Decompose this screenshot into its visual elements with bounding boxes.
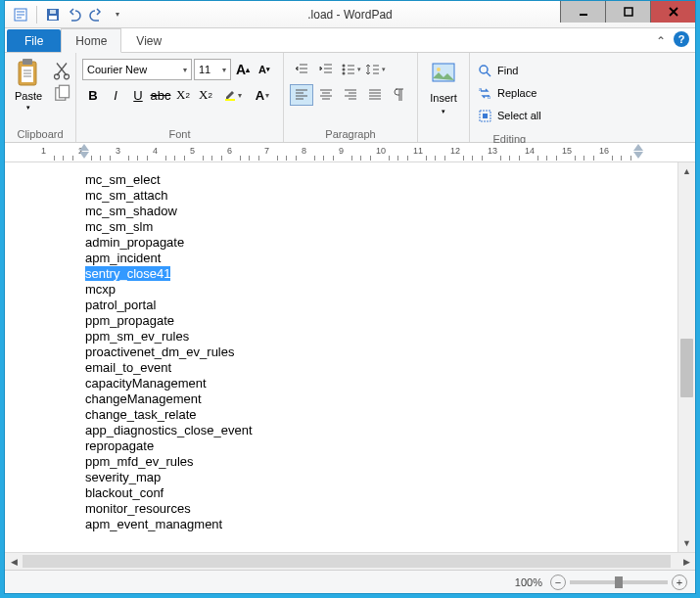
text-line[interactable]: ppm_mfd_ev_rules xyxy=(85,454,677,470)
text-line[interactable]: repropagate xyxy=(85,438,677,454)
find-button[interactable]: Find xyxy=(478,61,541,80)
svg-rect-5 xyxy=(625,8,632,16)
left-indent-marker[interactable] xyxy=(79,152,89,159)
font-name-select[interactable]: Courier New▾ xyxy=(82,59,192,80)
svg-rect-24 xyxy=(483,114,488,118)
subscript-button[interactable]: X2 xyxy=(172,84,194,106)
window-controls xyxy=(560,1,695,23)
text-line[interactable]: severity_map xyxy=(85,470,677,485)
ruler[interactable]: 12345678910111213141516 xyxy=(5,143,695,162)
text-line[interactable]: sentry_close41 xyxy=(85,266,677,282)
grow-font-icon[interactable]: A▴ xyxy=(233,59,253,80)
text-line[interactable]: mc_sm_attach xyxy=(85,188,677,204)
font-color-button[interactable]: A▾ xyxy=(248,84,277,106)
insert-group-label xyxy=(422,126,465,142)
text-line[interactable]: blackout_conf xyxy=(85,485,677,501)
quick-access-toolbar: ▾ xyxy=(5,5,127,24)
shrink-font-icon[interactable]: A▾ xyxy=(255,59,274,80)
qat-dropdown-icon[interactable]: ▾ xyxy=(108,5,127,24)
zoom-in-button[interactable]: + xyxy=(672,575,687,590)
first-line-indent-marker[interactable] xyxy=(79,144,89,151)
home-tab[interactable]: Home xyxy=(61,28,121,53)
justify-icon[interactable] xyxy=(363,84,387,106)
italic-button[interactable]: I xyxy=(105,84,126,106)
copy-icon[interactable] xyxy=(52,84,71,104)
zoom-out-button[interactable]: − xyxy=(550,575,566,590)
save-icon[interactable] xyxy=(43,5,63,24)
text-line[interactable]: apm_event_managment xyxy=(85,517,677,532)
svg-point-19 xyxy=(480,66,488,73)
collapse-ribbon-icon[interactable]: ⌃ xyxy=(656,34,666,48)
bold-button[interactable]: B xyxy=(82,84,104,106)
text-line[interactable]: mc_sm_slm xyxy=(85,219,677,235)
undo-icon[interactable] xyxy=(65,5,84,24)
decrease-indent-icon[interactable] xyxy=(290,59,313,80)
zoom-slider[interactable] xyxy=(570,580,668,584)
vertical-scrollbar[interactable]: ▲ ▼ xyxy=(677,162,695,552)
line-spacing-icon[interactable]: ▾ xyxy=(363,59,387,80)
underline-button[interactable]: U xyxy=(127,84,149,106)
right-indent-marker-top[interactable] xyxy=(633,144,643,151)
svg-point-15 xyxy=(342,69,345,71)
text-line[interactable]: mcxp xyxy=(85,282,677,298)
selectall-button[interactable]: Select all xyxy=(478,106,541,125)
insert-button[interactable]: Insert ▾ xyxy=(422,55,465,121)
maximize-button[interactable] xyxy=(605,1,650,23)
view-tab[interactable]: View xyxy=(121,28,176,52)
paragraph-dialog-icon[interactable] xyxy=(388,84,411,106)
text-line[interactable]: monitor_resources xyxy=(85,501,677,517)
horizontal-thumb[interactable] xyxy=(23,555,671,568)
scroll-up-icon[interactable]: ▲ xyxy=(678,162,695,180)
zoom-level: 100% xyxy=(515,576,542,588)
minimize-button[interactable] xyxy=(560,1,605,23)
bullets-icon[interactable]: ▾ xyxy=(339,59,362,80)
redo-icon[interactable] xyxy=(86,5,106,24)
text-line[interactable]: patrol_portal xyxy=(85,298,677,313)
right-indent-marker[interactable] xyxy=(633,152,643,159)
svg-point-16 xyxy=(342,72,345,75)
align-center-icon[interactable] xyxy=(314,84,338,106)
text-line[interactable]: apm_incident xyxy=(85,251,677,266)
text-line[interactable]: change_task_relate xyxy=(85,407,677,423)
text-line[interactable]: ppm_propagate xyxy=(85,313,677,329)
scroll-down-icon[interactable]: ▼ xyxy=(678,534,695,552)
file-tab[interactable]: File xyxy=(7,29,61,52)
document-area: mc_sm_electmc_sm_attachmc_sm_shadowmc_sm… xyxy=(5,162,695,552)
font-size-select[interactable]: 11▾ xyxy=(194,59,231,80)
window-title: .load - WordPad xyxy=(307,8,393,22)
help-button[interactable]: ? xyxy=(674,31,689,47)
zoom-control: − + xyxy=(550,575,687,590)
text-line[interactable]: capacityManagement xyxy=(85,376,677,391)
increase-indent-icon[interactable] xyxy=(314,59,338,80)
text-line[interactable]: admin_propagate xyxy=(85,235,677,251)
text-line[interactable]: proactivenet_dm_ev_rules xyxy=(85,345,677,360)
text-line[interactable]: app_diagnostics_close_event xyxy=(85,423,677,438)
scroll-left-icon[interactable]: ◀ xyxy=(5,553,23,570)
superscript-button[interactable]: X2 xyxy=(195,84,216,106)
scroll-right-icon[interactable]: ▶ xyxy=(677,553,695,570)
vertical-thumb[interactable] xyxy=(680,339,693,397)
align-left-icon[interactable] xyxy=(290,84,313,106)
insert-group: Insert ▾ xyxy=(418,53,470,142)
horizontal-scrollbar[interactable]: ◀ ▶ xyxy=(5,552,695,570)
svg-rect-8 xyxy=(22,67,33,82)
document-body[interactable]: mc_sm_electmc_sm_attachmc_sm_shadowmc_sm… xyxy=(5,162,677,552)
paste-label: Paste xyxy=(15,90,42,102)
text-line[interactable]: changeManagement xyxy=(85,391,677,407)
align-right-icon[interactable] xyxy=(339,84,362,106)
status-bar: 100% − + xyxy=(5,570,695,593)
text-line[interactable]: mc_sm_elect xyxy=(85,172,677,188)
highlight-color-button[interactable]: ▾ xyxy=(217,84,247,106)
svg-line-20 xyxy=(487,72,490,76)
text-line[interactable]: mc_sm_shadow xyxy=(85,204,677,219)
replace-button[interactable]: ab Replace xyxy=(478,83,541,103)
ribbon: Paste ▾ Clipboard Courier New▾ 11▾ A▴ A▾ xyxy=(5,53,695,143)
wordpad-window: ▾ .load - WordPad File Home View ⌃ ? Pas… xyxy=(4,0,696,594)
strikethrough-button[interactable]: abc xyxy=(150,84,171,106)
close-button[interactable] xyxy=(650,1,695,23)
paste-button[interactable]: Paste ▾ xyxy=(9,55,48,114)
cut-icon[interactable] xyxy=(52,61,71,80)
text-line[interactable]: ppm_sm_ev_rules xyxy=(85,329,677,345)
svg-rect-3 xyxy=(50,10,56,14)
text-line[interactable]: email_to_event xyxy=(85,360,677,376)
